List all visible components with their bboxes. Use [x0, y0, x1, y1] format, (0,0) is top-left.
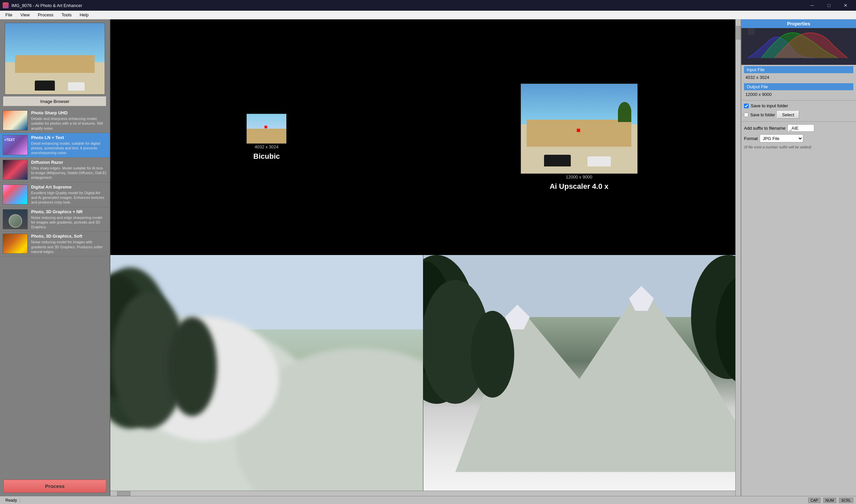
menu-tools[interactable]: Tools: [57, 11, 75, 18]
model-info-photo-ln: Photo LN + Text Detail enhancing model, …: [31, 135, 107, 156]
svg-point-15: [471, 311, 514, 398]
menu-view[interactable]: View: [16, 11, 34, 18]
save-input-row: Save to input folder: [741, 102, 856, 110]
model-item-photo-ln[interactable]: +TEXT Photo LN + Text Detail enhancing m…: [0, 133, 110, 158]
suffix-input[interactable]: [787, 124, 814, 132]
menu-help[interactable]: Help: [75, 11, 93, 18]
output-dims: 12000 x 9000: [744, 91, 853, 97]
model-item-photo-sharp[interactable]: Photo Sharp UHD Details and sharpness en…: [0, 108, 110, 133]
preview-dot-small: [265, 126, 267, 128]
scrollbar-v-thumb[interactable]: [736, 26, 741, 39]
format-row: Format JPG File PNG File TIFF File BMP F…: [741, 133, 856, 144]
save-input-checkbox[interactable]: [744, 104, 749, 108]
bicubic-label: Bicubic: [253, 152, 280, 161]
divider-1: [741, 100, 856, 101]
svg-point-7: [167, 317, 217, 416]
suffix-row: Add suffix to filename: [741, 123, 856, 133]
suffix-label: Add suffix to filename: [744, 126, 785, 131]
model-desc-diffusion: Ultra sharp edges. Model suitable for Ai…: [31, 166, 107, 180]
model-thumb-diffusion: [3, 160, 28, 180]
histogram-svg: [741, 28, 856, 65]
model-info-photo-sharp: Photo Sharp UHD Details and sharpness en…: [31, 110, 107, 131]
model-desc-photo-sharp: Details and sharpness enhancing model, s…: [31, 116, 107, 131]
window-controls: ─ □ ✕: [804, 0, 853, 11]
model-name-3d-soft: Photo, 3D Graphics, Soft: [31, 234, 107, 239]
model-info-3d-nr: Photo, 3D Graphics + NR Noise reducing a…: [31, 209, 107, 230]
output-file-label: Output File: [744, 83, 853, 90]
save-folder-checkbox[interactable]: [744, 113, 748, 117]
model-info-3d-soft: Photo, 3D Graphics, Soft Noise reducing …: [31, 234, 107, 254]
preview-dot-large: [577, 129, 580, 132]
upscaler-label: Ai Upscaler 4.0 x: [550, 182, 609, 191]
app-icon: [3, 2, 9, 8]
horizontal-scrollbar[interactable]: [110, 491, 735, 496]
bottom-left-svg: [110, 255, 423, 491]
canvas-bottom-left: [110, 255, 423, 491]
right-panel: Properties Input File: [741, 19, 856, 496]
close-button[interactable]: ✕: [838, 0, 853, 11]
upscaler-preview: [521, 84, 638, 174]
save-folder-label: Save to folder: [750, 113, 775, 117]
model-thumb-photo-ln: +TEXT: [3, 135, 28, 155]
canvas-wrapper: 4032 x 3024 Bicubic: [110, 19, 741, 496]
format-select[interactable]: JPG File PNG File TIFF File BMP File: [760, 134, 803, 142]
vertical-scrollbar[interactable]: [735, 19, 741, 496]
model-item-3d-soft[interactable]: Photo, 3D Graphics, Soft Noise reducing …: [0, 232, 110, 256]
image-browser-button[interactable]: Image Browser: [3, 96, 106, 106]
save-folder-row: Save to folder Select: [741, 110, 856, 120]
left-panel: Image Browser Photo Sharp UHD Details an…: [0, 19, 110, 496]
input-file-label: Input File: [744, 66, 853, 73]
model-item-digital-art[interactable]: Digital Art Supreme Excellent High Quali…: [0, 182, 110, 207]
preview-car2: [68, 82, 85, 91]
menubar: File View Process Tools Help: [0, 11, 856, 19]
statusbar: Ready CAP NUM SCRL: [0, 496, 856, 504]
model-name-3d-nr: Photo, 3D Graphics + NR: [31, 209, 107, 214]
model-info-diffusion: Diffusion Razor Ultra sharp edges. Model…: [31, 160, 107, 180]
canvas-right-top: 12000 x 9000 Ai Upscaler 4.0 x: [423, 19, 736, 255]
titlebar: IMG_8076 - Ai Photo & Art Enhancer ─ □ ✕: [0, 0, 856, 11]
model-thumb-digital-art: [3, 184, 28, 204]
minimize-button[interactable]: ─: [804, 0, 820, 11]
preview-car2-large: [588, 157, 611, 166]
canvas-inner: 4032 x 3024 Bicubic: [110, 19, 735, 496]
preview-car1: [35, 80, 55, 91]
preview-image: [5, 23, 105, 94]
canvas-content: 4032 x 3024 Bicubic: [110, 19, 735, 491]
model-desc-3d-nr: Noise reducing and edge sharpening model…: [31, 215, 107, 230]
menu-process[interactable]: Process: [34, 11, 57, 18]
format-label: Format: [744, 136, 758, 141]
preview-car1-large: [544, 155, 571, 166]
scrollbar-h-thumb[interactable]: [117, 491, 130, 496]
key-cap: CAP: [808, 498, 821, 503]
model-name-digital-art: Digital Art Supreme: [31, 184, 107, 190]
preview-trees-large: [618, 102, 631, 122]
process-button[interactable]: Process: [3, 480, 106, 493]
model-name-photo-ln: Photo LN + Text: [31, 135, 107, 140]
model-thumb-photo-sharp: [3, 110, 28, 130]
bicubic-preview: [246, 114, 287, 144]
save-input-label: Save to input folder: [751, 103, 788, 108]
model-thumb-3d-soft: [3, 234, 28, 254]
model-item-diffusion[interactable]: Diffusion Razor Ultra sharp edges. Model…: [0, 158, 110, 182]
preview-cars-large: [544, 150, 611, 166]
bottom-right-svg: [423, 255, 736, 491]
canvas-left-top: 4032 x 3024 Bicubic: [110, 19, 423, 255]
maximize-button[interactable]: □: [821, 0, 837, 11]
model-thumb-3d-nr: [3, 209, 28, 229]
model-info-digital-art: Digital Art Supreme Excellent High Quali…: [31, 184, 107, 205]
svg-rect-19: [741, 28, 748, 35]
select-button[interactable]: Select: [777, 111, 799, 119]
preview-buildings: [15, 55, 95, 73]
preview-buildings-large: [527, 120, 631, 146]
model-item-3d-nr[interactable]: Photo, 3D Graphics + NR Noise reducing a…: [0, 207, 110, 232]
model-desc-digital-art: Excellent High Quality model for Digital…: [31, 191, 107, 205]
bicubic-dims: 4032 x 3024: [254, 144, 279, 149]
model-name-photo-sharp: Photo Sharp UHD: [31, 110, 107, 115]
histogram: [741, 28, 856, 65]
status-text: Ready: [3, 498, 20, 503]
input-file-section: Input File 4032 x 3024: [741, 65, 856, 82]
key-scrl: SCRL: [839, 498, 853, 503]
menu-file[interactable]: File: [1, 11, 16, 18]
upscaler-dims: 12000 x 9000: [566, 175, 592, 179]
preview-ground-small: [247, 129, 286, 143]
